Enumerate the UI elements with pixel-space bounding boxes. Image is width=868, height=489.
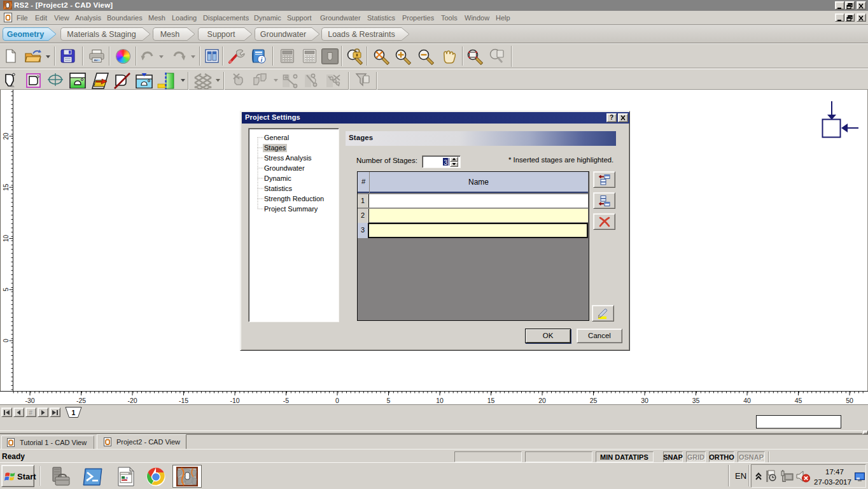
svg-text:45: 45 xyxy=(795,397,802,404)
svg-text:Geometry: Geometry xyxy=(7,30,44,39)
svg-text:0: 0 xyxy=(335,397,339,404)
svg-text:30: 30 xyxy=(641,397,648,404)
svg-text:5: 5 xyxy=(3,288,10,292)
svg-text:15: 15 xyxy=(487,397,495,404)
svg-text:Ad: Ad xyxy=(94,59,97,62)
svg-text:20: 20 xyxy=(3,132,10,140)
svg-text:5: 5 xyxy=(387,397,391,404)
svg-text:-30: -30 xyxy=(25,397,34,404)
svg-text:-15: -15 xyxy=(179,397,188,404)
svg-text:1: 1 xyxy=(72,409,76,416)
svg-text:0: 0 xyxy=(3,339,10,343)
svg-text:-20: -20 xyxy=(127,397,137,404)
svg-text:Mesh: Mesh xyxy=(160,30,180,39)
svg-text:Groundwater: Groundwater xyxy=(260,30,306,39)
svg-text:Loads & Restraints: Loads & Restraints xyxy=(328,30,395,39)
svg-text:15: 15 xyxy=(3,183,10,191)
svg-text:10: 10 xyxy=(436,397,444,404)
svg-text:9△a: 9△a xyxy=(122,476,128,479)
svg-text:#: # xyxy=(29,409,32,416)
svg-text:40: 40 xyxy=(743,397,751,404)
svg-text:-25: -25 xyxy=(76,397,86,404)
svg-text:-5: -5 xyxy=(283,397,289,404)
svg-text:50: 50 xyxy=(846,397,853,404)
svg-text:Support: Support xyxy=(207,30,235,39)
svg-text:20: 20 xyxy=(538,397,546,404)
svg-text:Materials & Staging: Materials & Staging xyxy=(67,30,136,39)
svg-text:25: 25 xyxy=(590,397,598,404)
svg-text:35: 35 xyxy=(692,397,700,404)
svg-text:-10: -10 xyxy=(230,397,239,404)
svg-text:10: 10 xyxy=(3,235,10,243)
